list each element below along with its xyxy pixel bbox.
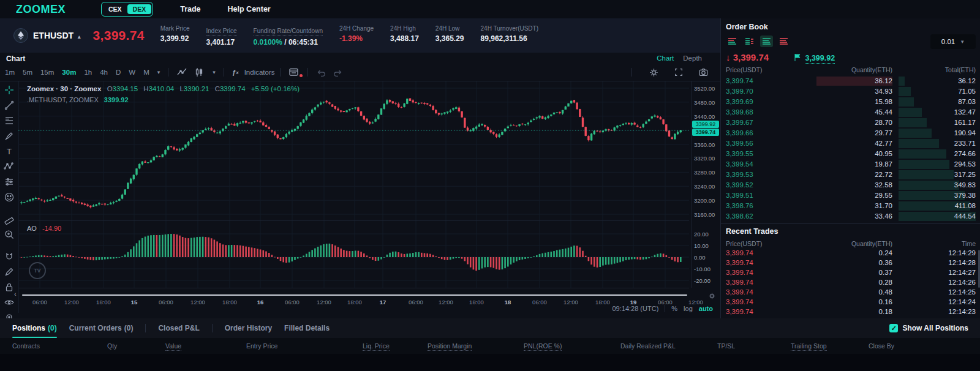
time-axis[interactable]: ‹ 06:0012:0018:001506:0012:0018:001606:0… [18, 288, 689, 309]
checkbox-checked-icon[interactable]: ✓ [889, 324, 898, 332]
tab-current-orders[interactable]: Current Orders(0) [69, 318, 134, 338]
price-axis[interactable]: 3520.003480.003440.003360.003320.003280.… [691, 81, 721, 288]
timeframe-more-icon[interactable]: ▾ [154, 69, 164, 75]
tab-label: Filled Details [284, 324, 330, 332]
trade-row[interactable]: 3,399.740.1812:14:23 [721, 307, 980, 317]
order-book-row[interactable]: 3,398.6233.46444.54 [721, 211, 980, 222]
cex-option[interactable]: CEX [103, 5, 127, 13]
trade-price: 3,399.74 [726, 288, 753, 296]
crosshair-icon[interactable] [3, 84, 15, 96]
chart-canvas[interactable]: Zoomex · 30 · Zoomex O3394.15 H3410.04 L… [18, 81, 689, 288]
trade-row[interactable]: 3,399.740.3612:14:28 [721, 258, 980, 268]
order-book-row[interactable]: 3,399.6728.70161.17 [721, 118, 980, 128]
trade-row[interactable]: 3,399.740.3712:14:27 [721, 268, 980, 278]
tab-depth[interactable]: Depth [683, 54, 702, 62]
nav-item-help-center[interactable]: Help Center [228, 5, 271, 13]
chart-settings-gear-icon[interactable] [646, 67, 662, 78]
draw-edit-icon[interactable] [3, 266, 15, 277]
book-split-icon[interactable] [743, 36, 756, 47]
symbol-selector[interactable]: ETHUSDT ▴ [33, 31, 81, 40]
chart-scrollbar[interactable] [22, 294, 687, 296]
auto-scale-button[interactable]: auto [699, 305, 713, 312]
order-book-row[interactable]: 3,399.5642.77233.71 [721, 138, 980, 149]
candle-style-icon[interactable] [190, 67, 208, 78]
book-both-icon[interactable] [726, 36, 739, 47]
timeframe-30m[interactable]: 30m [59, 69, 79, 76]
line-chart-icon[interactable] [173, 67, 190, 78]
tab-order-history[interactable]: Order History [225, 318, 272, 338]
tab-closed-p-l[interactable]: Closed P&L [158, 318, 199, 338]
percent-scale-button[interactable]: % [671, 305, 677, 312]
nav-item-trade[interactable]: Trade [180, 5, 200, 13]
timeframe-D[interactable]: D [113, 69, 124, 76]
magnet-icon[interactable] [3, 251, 15, 262]
ruler-icon[interactable] [3, 214, 15, 225]
trade-row[interactable]: 3,399.740.2412:14:29 [721, 249, 980, 258]
mark-price-flag[interactable]: 3,399.92 [794, 54, 835, 62]
order-book-row[interactable]: 3,398.7631.70411.08 [721, 201, 980, 211]
fib-retracement-icon[interactable] [3, 115, 15, 126]
cex-dex-toggle[interactable]: CEX DEX [101, 2, 153, 17]
timeframe-1m[interactable]: 1m [2, 69, 18, 76]
order-book-row[interactable]: 3,399.7034.9371.05 [721, 86, 980, 97]
xabcd-pattern-icon[interactable] [3, 161, 15, 172]
bid-total: 379.38 [954, 192, 976, 199]
legend-close: 3399.74 [220, 85, 246, 92]
timeframe-4h[interactable]: 4h [97, 69, 111, 76]
depth-bar [899, 170, 954, 179]
order-book-row[interactable]: 3,399.6845.44132.47 [721, 107, 980, 118]
trade-row[interactable]: 3,399.740.1612:14:24 [721, 298, 980, 307]
redo-icon[interactable] [330, 68, 346, 77]
timeframe-W[interactable]: W [126, 69, 138, 76]
order-book-row[interactable]: 3,399.5232.58349.83 [721, 180, 980, 190]
snapshot-camera-icon[interactable] [695, 67, 712, 77]
price-tick: 3200.00 [694, 197, 715, 204]
order-book-row[interactable]: 3,399.6629.77190.94 [721, 128, 980, 138]
order-book-row[interactable]: 3,399.6915.9887.03 [721, 97, 980, 107]
precision-dropdown[interactable]: 0.01 ▼ [930, 34, 976, 49]
log-scale-button[interactable]: log [684, 305, 693, 312]
indicators-button[interactable]: Indicators [244, 69, 275, 76]
tab-chart[interactable]: Chart [657, 54, 674, 62]
candlestick-chart[interactable] [18, 81, 689, 288]
order-book-row[interactable]: 3,399.7436.1236.12 [721, 76, 980, 86]
scroll-left-icon[interactable]: ‹ [14, 290, 17, 298]
dex-option[interactable]: DEX [127, 4, 152, 14]
timeframe-1h[interactable]: 1h [81, 69, 95, 76]
undo-icon[interactable] [313, 68, 330, 77]
layout-templates-icon[interactable] [285, 67, 303, 78]
trade-row[interactable]: 3,399.740.2812:14:26 [721, 278, 980, 288]
text-icon[interactable]: T [3, 146, 15, 157]
brush-icon[interactable] [3, 130, 15, 141]
tab-positions[interactable]: Positions(0) [12, 318, 57, 338]
price-tick: 3280.00 [694, 169, 715, 176]
time-axis-gear-icon[interactable] [708, 291, 716, 302]
show-all-positions-toggle[interactable]: ✓ Show All Positions [889, 318, 968, 338]
utc-clock[interactable]: 09:14:28 (UTC) [612, 305, 658, 312]
emoji-icon[interactable] [3, 192, 15, 203]
col-trailing-stop: Trailing Stop [791, 342, 827, 351]
order-book-row[interactable]: 3,399.5540.95274.66 [721, 149, 980, 159]
book-buy-icon[interactable] [760, 36, 773, 47]
candle-style-caret-icon[interactable]: ▾ [209, 69, 219, 75]
hide-all-icon[interactable] [3, 297, 15, 308]
timeframe-M[interactable]: M [140, 69, 153, 76]
fullscreen-icon[interactable] [671, 67, 687, 77]
timeframe-5m[interactable]: 5m [20, 69, 36, 76]
book-sell-icon[interactable] [777, 36, 790, 47]
brand-logo[interactable]: ZOOMEX [16, 3, 66, 16]
order-book-row[interactable]: 3,399.5419.87294.53 [721, 159, 980, 170]
order-book-row[interactable]: 3,399.5322.72317.25 [721, 170, 980, 180]
trend-line-icon[interactable] [3, 100, 15, 111]
zoom-in-icon[interactable] [3, 229, 15, 240]
indicators-icon[interactable]: ƒx [229, 69, 242, 76]
order-book-row[interactable]: 3,399.5129.55379.38 [721, 190, 980, 201]
timeframe-15m[interactable]: 15m [37, 69, 57, 76]
ticker-stat: Mark Price3,399.92 [160, 24, 190, 47]
tradingview-logo[interactable]: TV [29, 262, 46, 279]
long-short-position-icon[interactable] [3, 176, 15, 187]
lock-all-icon[interactable] [3, 282, 15, 293]
trade-row[interactable]: 3,399.740.4812:14:25 [721, 288, 980, 298]
bid-qty: 33.46 [875, 212, 892, 220]
tab-filled-details[interactable]: Filled Details [284, 318, 330, 338]
